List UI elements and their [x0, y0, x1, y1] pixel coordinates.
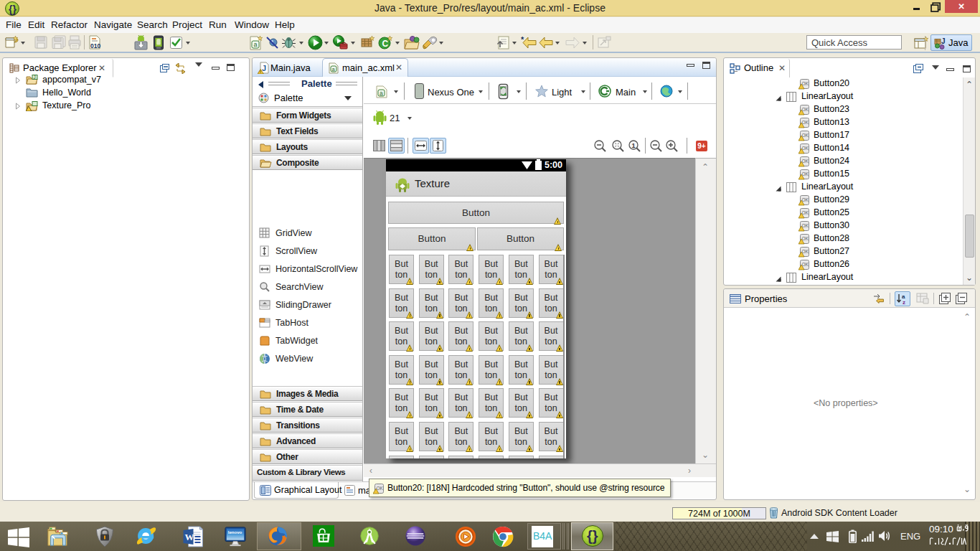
svg-text:J: J: [941, 37, 946, 45]
svg-text:010: 010: [90, 42, 100, 50]
svg-text:z: z: [903, 299, 905, 305]
svg-text:OK: OK: [802, 107, 809, 112]
svg-text:W: W: [185, 532, 194, 542]
svg-text:J: J: [262, 64, 266, 72]
svg-text:OK: OK: [802, 197, 809, 202]
svg-text:a: a: [254, 41, 258, 48]
svg-text:OK: OK: [802, 210, 809, 215]
svg-text:!: !: [260, 70, 261, 74]
svg-text:J: J: [34, 75, 36, 80]
svg-text:C: C: [382, 39, 389, 49]
svg-text:OK: OK: [802, 159, 809, 164]
svg-text:*: *: [521, 37, 524, 44]
svg-text:OK: OK: [802, 133, 809, 138]
svg-text:OK: OK: [377, 486, 384, 491]
svg-text:OK: OK: [802, 81, 809, 86]
svg-text:OK: OK: [802, 120, 809, 125]
svg-text:lenovo: lenovo: [228, 529, 242, 534]
svg-text:OK: OK: [802, 249, 809, 254]
svg-text:OK: OK: [802, 223, 809, 228]
svg-text:a: a: [380, 90, 383, 97]
svg-text:1: 1: [632, 142, 636, 149]
svg-text:OK: OK: [802, 146, 809, 151]
svg-text:OK: OK: [802, 236, 809, 241]
svg-text:OK: OK: [802, 262, 809, 267]
svg-text:OK: OK: [802, 171, 809, 176]
